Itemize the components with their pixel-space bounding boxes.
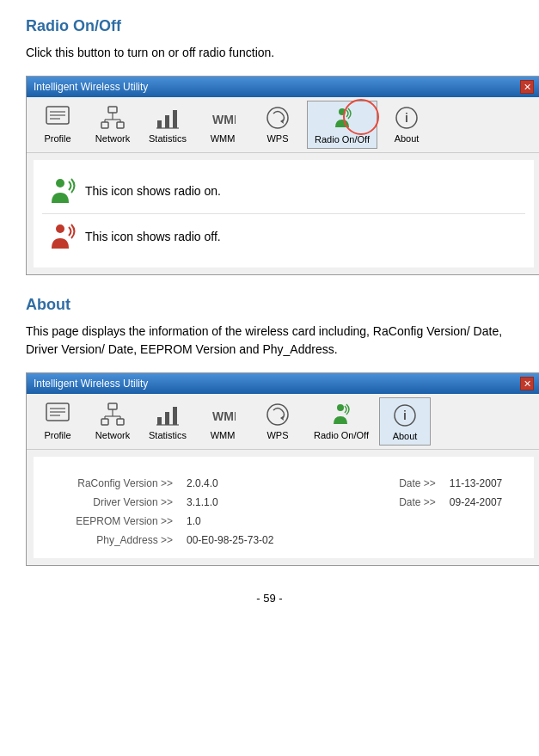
- about-toolbar-radio-label: Radio On/Off: [314, 430, 369, 440]
- about-toolbar-wps-button[interactable]: WPS: [252, 397, 303, 446]
- section-title-radio: Radio On/Off: [26, 17, 513, 35]
- svg-rect-29: [117, 419, 124, 425]
- about-icon: i: [393, 104, 420, 132]
- about-wmm-icon: WMM: [209, 401, 236, 428]
- svg-text:i: i: [405, 111, 408, 125]
- dialog-title-radio-label: Intelligent Wireless Utility: [34, 81, 148, 93]
- svg-rect-4: [108, 107, 117, 113]
- svg-rect-34: [157, 417, 162, 425]
- wps-icon: [264, 104, 291, 132]
- toolbar-about-button[interactable]: i About: [381, 101, 432, 149]
- svg-rect-13: [173, 110, 177, 128]
- about-toolbar-profile-label: Profile: [44, 430, 70, 440]
- about-profile-icon: [44, 401, 71, 428]
- toolbar-network-label: Network: [95, 133, 130, 144]
- svg-point-21: [56, 179, 64, 187]
- dialog-titlebar-about: Intelligent Wireless Utility ✕: [27, 373, 539, 394]
- toolbar-network-button[interactable]: Network: [87, 101, 138, 149]
- about-toolbar-about-label: About: [393, 431, 418, 441]
- about-toolbar-network-button[interactable]: Network: [87, 397, 138, 446]
- svg-rect-5: [101, 122, 108, 128]
- radio-on-icon-cell: [42, 175, 85, 206]
- svg-rect-11: [157, 120, 162, 128]
- radio-off-row: This icon shows radio off.: [42, 214, 525, 259]
- eeprom-label: EEPROM Version >>: [42, 512, 180, 531]
- dialog-radio: Intelligent Wireless Utility ✕ Profile: [26, 76, 539, 275]
- toolbar-wmm-label: WMM: [211, 133, 236, 144]
- radio-off-label: This icon shows radio off.: [85, 230, 221, 243]
- dialog-toolbar-about: Profile Network: [27, 394, 539, 450]
- table-row: Driver Version >> 3.1.1.0 Date >> 09-24-…: [42, 493, 525, 512]
- svg-text:i: i: [403, 409, 407, 422]
- table-row: Phy_Address >> 00-E0-98-25-73-02: [42, 531, 525, 550]
- driver-value: 3.1.1.0: [180, 493, 305, 512]
- svg-point-41: [337, 404, 344, 411]
- svg-rect-28: [101, 419, 108, 425]
- eeprom-value: 1.0: [180, 512, 305, 531]
- dialog-close-button-about[interactable]: ✕: [520, 377, 534, 390]
- toolbar-profile-button[interactable]: Profile: [32, 101, 83, 149]
- page-footer: - 59 -: [26, 592, 513, 605]
- toolbar-wps-button[interactable]: WPS: [252, 101, 303, 149]
- svg-rect-36: [173, 407, 177, 425]
- dialog-about-content: RaConfig Version >> 2.0.4.0 Date >> 11-1…: [34, 457, 534, 558]
- toolbar-wps-label: WPS: [266, 133, 288, 144]
- statistics-icon: [154, 104, 181, 132]
- dialog-title-about-label: Intelligent Wireless Utility: [34, 378, 148, 390]
- profile-icon: [44, 104, 71, 132]
- eeprom-extra-label: [305, 512, 443, 531]
- raconfig-value: 2.0.4.0: [180, 474, 305, 493]
- toolbar-wmm-button[interactable]: WMM WMM: [197, 101, 248, 149]
- dialog-close-button-radio[interactable]: ✕: [520, 80, 534, 94]
- svg-point-22: [56, 224, 64, 233]
- toolbar-radio-button[interactable]: Radio On/Off: [307, 101, 377, 149]
- about-radio-icon: [328, 401, 355, 428]
- about-toolbar-statistics-button[interactable]: Statistics: [142, 397, 193, 446]
- about-toolbar-about-button[interactable]: i About: [379, 397, 431, 446]
- raconfig-label: RaConfig Version >>: [42, 474, 180, 493]
- about-network-icon: [99, 401, 126, 428]
- section-description-radio: Click this button to turn on or off radi…: [26, 44, 513, 62]
- table-row: EEPROM Version >> 1.0: [42, 512, 525, 531]
- dialog-toolbar-radio: Profile Network: [27, 97, 539, 153]
- svg-rect-12: [165, 115, 169, 128]
- network-icon: [99, 104, 126, 132]
- toolbar-statistics-label: Statistics: [149, 133, 187, 144]
- about-toolbar-radio-button[interactable]: Radio On/Off: [307, 397, 376, 446]
- phy-extra-value: [443, 531, 525, 550]
- about-wps-icon: [264, 401, 291, 428]
- dialog-titlebar-radio: Intelligent Wireless Utility ✕: [27, 77, 539, 97]
- svg-rect-35: [165, 412, 169, 425]
- driver-label: Driver Version >>: [42, 493, 180, 512]
- about-toolbar-statistics-label: Statistics: [149, 430, 187, 440]
- eeprom-extra-value: [443, 512, 525, 531]
- radio-icon: [328, 105, 356, 132]
- about-about-icon: i: [391, 402, 419, 429]
- toolbar-radio-label: Radio On/Off: [315, 134, 370, 144]
- radio-off-icon-cell: [42, 221, 85, 252]
- about-toolbar-network-label: Network: [95, 430, 130, 440]
- radio-on-row: This icon shows radio on.: [42, 169, 525, 214]
- svg-rect-6: [117, 122, 124, 128]
- toolbar-profile-label: Profile: [44, 133, 70, 144]
- about-toolbar-wmm-label: WMM: [211, 430, 236, 440]
- raconfig-date-value: 11-13-2007: [443, 474, 525, 493]
- toolbar-statistics-button[interactable]: Statistics: [142, 101, 193, 149]
- svg-text:WMM: WMM: [212, 409, 236, 423]
- section-description-about: This page displays the information of th…: [26, 323, 513, 359]
- about-toolbar-wmm-button[interactable]: WMM WMM: [197, 397, 248, 446]
- driver-date-value: 09-24-2007: [443, 493, 525, 512]
- page-number: - 59 -: [256, 592, 282, 605]
- dialog-radio-content: This icon shows radio on. This icon show…: [34, 160, 534, 267]
- driver-date-label: Date >>: [305, 493, 443, 512]
- wmm-icon: WMM: [209, 104, 236, 132]
- dialog-about: Intelligent Wireless Utility ✕ Profile: [26, 372, 539, 566]
- phy-extra-label: [305, 531, 443, 550]
- svg-point-18: [339, 108, 346, 115]
- phy-label: Phy_Address >>: [42, 531, 180, 550]
- radio-on-label: This icon shows radio on.: [85, 184, 221, 198]
- about-toolbar-profile-button[interactable]: Profile: [32, 397, 83, 446]
- about-info-table: RaConfig Version >> 2.0.4.0 Date >> 11-1…: [42, 474, 525, 550]
- table-row: RaConfig Version >> 2.0.4.0 Date >> 11-1…: [42, 474, 525, 493]
- svg-point-16: [267, 108, 288, 128]
